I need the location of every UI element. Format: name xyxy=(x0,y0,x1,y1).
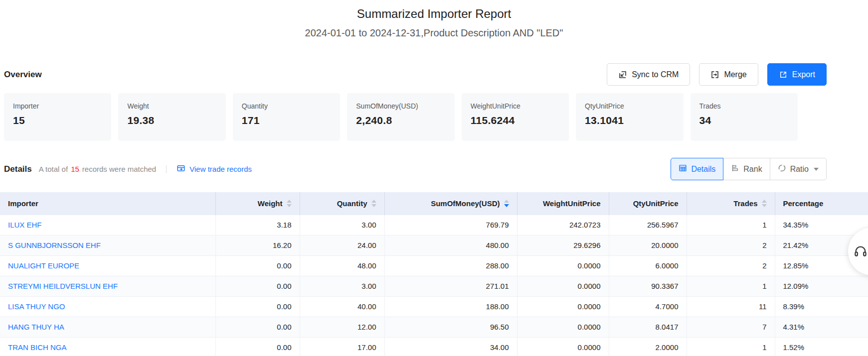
table-grid-icon xyxy=(679,164,687,174)
column-header-sum-of-money[interactable]: SumOfMoney(USD) xyxy=(384,192,517,215)
tab-details[interactable]: Details xyxy=(671,158,723,180)
overview-heading: Overview xyxy=(4,70,42,80)
tab-ratio-label: Ratio xyxy=(790,165,809,174)
table-row: STREYMI HEILDVERSLUN EHF 0.00 3.00 271.0… xyxy=(0,276,868,296)
column-header-importer: Importer xyxy=(0,192,215,215)
importer-link[interactable]: NUALIGHT EUROPE xyxy=(8,261,79,270)
importer-link[interactable]: TRAN BICH NGA xyxy=(8,343,67,352)
export-icon xyxy=(779,70,788,79)
card-value: 19.38 xyxy=(127,115,225,126)
card-quantity: Quantity 171 xyxy=(233,93,340,141)
table-row: NUALIGHT EUROPE 0.00 48.00 288.00 0.0000… xyxy=(0,255,868,276)
table-row: HANG THUY HA 0.00 12.00 96.50 0.0000 8.0… xyxy=(0,317,868,337)
overview-toolbar: Overview Sync to CRM Merge Export xyxy=(4,63,827,86)
table-row: S GUNNBJORNSSON EHF 16.20 24.00 480.00 2… xyxy=(0,235,868,255)
trades-cell: 1 xyxy=(687,337,775,356)
overview-cards: Importer 15 Weight 19.38 Quantity 171 Su… xyxy=(4,93,798,141)
importer-link[interactable]: ILUX EHF xyxy=(8,221,42,229)
details-bar: Details A total of 15 records were match… xyxy=(4,158,827,180)
trades-cell: 1 xyxy=(687,276,775,296)
sort-icon[interactable] xyxy=(287,200,292,207)
bar-rank-icon xyxy=(731,164,739,174)
qty-unit-price-cell: 2.0000 xyxy=(609,337,687,356)
percentage-cell: 12.09% xyxy=(775,276,868,296)
sum-cell: 34.00 xyxy=(384,337,517,356)
sum-cell: 288.00 xyxy=(384,255,517,276)
importer-link[interactable]: HANG THUY HA xyxy=(8,323,64,331)
table-row: TRAN BICH NGA 0.00 17.00 34.00 0.0000 2.… xyxy=(0,337,868,356)
importer-link[interactable]: STREYMI HEILDVERSLUN EHF xyxy=(8,282,118,290)
chevron-down-icon xyxy=(814,168,819,171)
table-row: LISA THUY NGO 0.00 40.00 188.00 0.0000 4… xyxy=(0,296,868,317)
card-label: Importer xyxy=(13,102,111,110)
column-label: Quantity xyxy=(337,199,367,208)
card-label: WeightUnitPrice xyxy=(471,102,569,110)
card-importer: Importer 15 xyxy=(4,93,111,141)
importer-link[interactable]: LISA THUY NGO xyxy=(8,302,65,311)
sort-icon-active-desc[interactable] xyxy=(504,200,509,207)
quantity-cell: 12.00 xyxy=(300,317,384,337)
weight-unit-price-cell: 0.0000 xyxy=(517,296,609,317)
tab-details-label: Details xyxy=(691,165,715,174)
view-trade-records-link[interactable]: View trade records xyxy=(176,164,252,174)
tab-rank[interactable]: Rank xyxy=(723,158,770,180)
trades-cell: 7 xyxy=(687,317,775,337)
match-summary-suffix: records were matched xyxy=(82,165,156,173)
match-summary: A total of 15 records were matched xyxy=(39,165,156,173)
importer-link[interactable]: S GUNNBJORNSSON EHF xyxy=(8,241,101,249)
tab-rank-label: Rank xyxy=(743,165,762,174)
column-label: Percentage xyxy=(783,199,824,208)
export-label: Export xyxy=(792,70,815,79)
weight-cell: 0.00 xyxy=(215,296,300,317)
card-weight-unit-price: WeightUnitPrice 115.6244 xyxy=(462,93,569,141)
sum-cell: 188.00 xyxy=(384,296,517,317)
tab-ratio[interactable]: Ratio xyxy=(770,158,827,180)
view-trade-records-label: View trade records xyxy=(189,165,252,173)
column-label: WeightUnitPrice xyxy=(543,199,601,208)
sum-cell: 96.50 xyxy=(384,317,517,337)
column-label: Weight xyxy=(258,199,283,208)
sum-cell: 271.01 xyxy=(384,276,517,296)
weight-cell: 0.00 xyxy=(215,276,300,296)
column-header-percentage: Percentage xyxy=(775,192,868,215)
card-label: Quantity xyxy=(242,102,340,110)
sort-icon[interactable] xyxy=(762,200,767,207)
weight-unit-price-cell: 0.0000 xyxy=(517,276,609,296)
sync-icon xyxy=(618,70,627,79)
merge-button[interactable]: Merge xyxy=(699,63,758,86)
sync-to-crm-label: Sync to CRM xyxy=(632,70,679,79)
trades-cell: 1 xyxy=(687,215,775,235)
table-row: ILUX EHF 3.18 3.00 769.79 242.0723 256.5… xyxy=(0,215,868,235)
trades-cell: 2 xyxy=(687,255,775,276)
sync-to-crm-button[interactable]: Sync to CRM xyxy=(607,63,690,86)
column-label: SumOfMoney(USD) xyxy=(431,199,500,208)
quantity-cell: 24.00 xyxy=(300,235,384,255)
trades-cell: 11 xyxy=(687,296,775,317)
percentage-cell: 8.39% xyxy=(775,296,868,317)
card-label: Trades xyxy=(699,102,798,110)
weight-unit-price-cell: 0.0000 xyxy=(517,337,609,356)
weight-cell: 0.00 xyxy=(215,255,300,276)
qty-unit-price-cell: 6.0000 xyxy=(609,255,687,276)
sort-icon[interactable] xyxy=(371,200,376,207)
qty-unit-price-cell: 256.5967 xyxy=(609,215,687,235)
column-header-quantity[interactable]: Quantity xyxy=(300,192,384,215)
merge-icon xyxy=(710,70,719,79)
card-weight: Weight 19.38 xyxy=(118,93,225,141)
weight-unit-price-cell: 0.0000 xyxy=(517,255,609,276)
trades-cell: 2 xyxy=(687,235,775,255)
importer-details-table: Importer Weight Quantity SumOfMoney(USD)… xyxy=(0,192,868,356)
export-button[interactable]: Export xyxy=(767,63,827,86)
card-value: 115.6244 xyxy=(471,115,569,126)
qty-unit-price-cell: 4.7000 xyxy=(609,296,687,317)
column-label: Importer xyxy=(8,199,38,208)
percentage-cell: 1.52% xyxy=(775,337,868,356)
card-label: Weight xyxy=(127,102,225,110)
card-value: 171 xyxy=(242,115,340,126)
qty-unit-price-cell: 90.3367 xyxy=(609,276,687,296)
quantity-cell: 48.00 xyxy=(300,255,384,276)
card-value: 2,240.8 xyxy=(356,115,454,126)
column-header-weight[interactable]: Weight xyxy=(215,192,300,215)
column-header-trades[interactable]: Trades xyxy=(687,192,775,215)
weight-cell: 3.18 xyxy=(215,215,300,235)
